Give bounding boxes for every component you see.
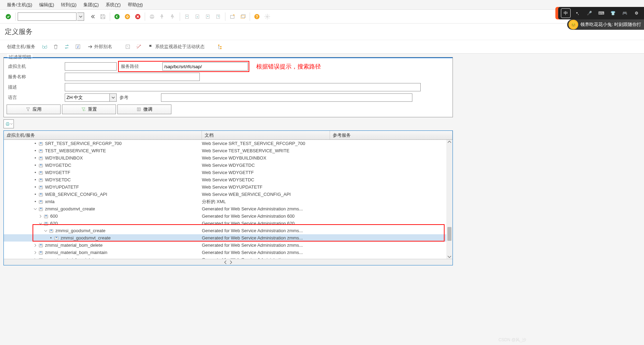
tree-row[interactable]: zmmsi_material_maintainGenerated for Web…	[4, 256, 453, 259]
tree-row[interactable]: •xmla分析的 XML	[4, 198, 453, 205]
tree-row[interactable]: •WDYGETDCWeb Service WDYGETDC	[4, 162, 453, 169]
wizard-icon[interactable]	[134, 42, 144, 52]
notification-bubble[interactable]: 😊 领养吃花花小兔: 时刻跟随你打	[567, 19, 644, 30]
tree-row[interactable]: •WDYGETTFWeb Service WDYGETTF	[4, 169, 453, 176]
tree-row[interactable]: •WDYUPDATETFWeb Service WDYUPDATETF	[4, 183, 453, 191]
menu-help[interactable]: 帮助(H)	[124, 0, 146, 9]
settings-icon[interactable]	[262, 12, 272, 21]
tree-row[interactable]: •SRT_TEST_SERVICE_RFCGRP_700Web Service …	[4, 140, 453, 147]
expand-toggle[interactable]: •	[33, 185, 37, 189]
glasses-icon[interactable]	[39, 42, 50, 52]
desc-input[interactable]	[65, 83, 421, 91]
tree-header-service[interactable]: 虚拟主机/服务	[4, 131, 202, 139]
expand-toggle[interactable]	[33, 207, 37, 211]
expand-toggle[interactable]: •	[33, 171, 37, 175]
command-dropdown[interactable]	[77, 12, 84, 21]
horizontal-scrollbar[interactable]	[4, 259, 453, 265]
help-icon[interactable]: ?	[252, 12, 262, 21]
swap-icon[interactable]	[62, 42, 72, 52]
menu-client[interactable]: 集团(C)	[80, 0, 102, 9]
expand-toggle[interactable]	[33, 243, 37, 247]
tree-row[interactable]: •WDYBUILDINBOXWeb Service WDYBUILDINBOX	[4, 154, 453, 162]
monitor-active-button[interactable]: 系统监视器处于活动状态	[145, 42, 208, 52]
find-icon[interactable]	[158, 12, 167, 21]
tree-row[interactable]: zmmsi_goodsmvt_createGenerated for Web S…	[4, 227, 453, 234]
virtual-host-input[interactable]	[65, 62, 117, 71]
tree-row[interactable]: zmmsi_goodsmvt_createGenerated for Web S…	[4, 205, 453, 212]
expand-toggle[interactable]	[38, 214, 43, 218]
collapse-icon[interactable]	[88, 12, 97, 21]
expand-toggle[interactable]: •	[49, 236, 53, 240]
print-button[interactable]	[3, 119, 14, 128]
menubar: 服务/主机(S) 编辑(E) 转到(G) 集团(C) 系统(Y) 帮助(H)	[0, 0, 644, 10]
info-icon[interactable]: i	[73, 42, 83, 52]
menu-goto[interactable]: 转到(G)	[57, 0, 80, 9]
tree-row[interactable]: 620Generated for Web Service Administrat…	[4, 220, 453, 227]
menu-system[interactable]: 系统(Y)	[102, 0, 124, 9]
service-path-label: 服务路径	[119, 63, 162, 70]
tree-row[interactable]: •WDYSETDCWeb Service WDYSETDC	[4, 176, 453, 183]
ime-settings-icon[interactable]: ⚙	[632, 8, 641, 18]
lang-input[interactable]	[65, 93, 110, 102]
apply-button[interactable]: 应用	[7, 105, 61, 114]
service-icon	[38, 163, 44, 168]
expand-toggle[interactable]: •	[33, 178, 37, 182]
ime-keyboard-icon[interactable]: ⌨	[596, 8, 606, 18]
tree-row[interactable]: 600Generated for Web Service Administrat…	[4, 212, 453, 220]
tree-row[interactable]: •WEB_SERVICE_CONFIG_APIWeb Service WEB_S…	[4, 191, 453, 198]
command-input[interactable]	[18, 12, 77, 21]
ref-input[interactable]	[161, 93, 412, 102]
prev-page-icon[interactable]	[193, 12, 202, 21]
service-path-input[interactable]	[162, 62, 248, 71]
expand-toggle[interactable]	[44, 229, 48, 233]
tree-header-ref[interactable]: 参考服务	[330, 131, 453, 139]
expand-toggle[interactable]	[33, 258, 37, 259]
trash-icon[interactable]	[51, 42, 61, 52]
expand-toggle[interactable]: •	[33, 142, 37, 146]
save-icon[interactable]	[98, 12, 108, 21]
ime-punct-icon[interactable]: •,	[573, 8, 582, 18]
ime-cn-icon[interactable]: 中	[561, 8, 571, 18]
hierarchy-icon[interactable]	[215, 42, 225, 52]
create-service-button[interactable]: 创建主机/服务	[3, 42, 39, 52]
ime-mic-icon[interactable]: 🎤	[584, 8, 594, 18]
new-session-icon[interactable]	[227, 12, 237, 21]
menu-services[interactable]: 服务/主机(S)	[3, 0, 36, 9]
external-alias-button[interactable]: 外部别名	[84, 42, 116, 52]
tree-node-label: zmmsi_goodsmvt_create	[61, 235, 111, 240]
tree-body[interactable]: •SRT_TEST_SERVICE_RFCGRP_700Web Service …	[4, 140, 453, 259]
ime-skin-icon[interactable]: 👕	[608, 8, 618, 18]
ime-toolbar[interactable]: 中 •, 🎤 ⌨ 👕 🎮 ⚙	[558, 7, 644, 19]
find-next-icon[interactable]	[168, 12, 178, 21]
expand-toggle[interactable]: •	[33, 163, 37, 167]
tree-row[interactable]: zmmsi_material_bom_maintainGenerated for…	[4, 249, 453, 256]
cancel-icon[interactable]	[133, 12, 143, 21]
tree-row[interactable]: •zmmsi_goodsmvt_createGenerated for Web …	[4, 234, 453, 242]
exit-icon[interactable]	[123, 12, 132, 21]
reset-button[interactable]: 重置	[62, 105, 116, 114]
expand-toggle[interactable]: •	[33, 156, 37, 160]
shortcut-icon[interactable]	[238, 12, 248, 21]
expand-toggle[interactable]: •	[33, 192, 37, 197]
tree-row[interactable]: •TEST_WEBSERVICE_WRITEWeb Service TEST_W…	[4, 147, 453, 154]
tree-row[interactable]: zmmsi_material_bom_deleteGenerated for W…	[4, 242, 453, 249]
service-path-highlight: 服务路径	[118, 61, 249, 72]
ime-game-icon[interactable]: 🎮	[620, 8, 629, 18]
expand-toggle[interactable]: •	[33, 200, 37, 204]
tree-header-doc[interactable]: 文档	[202, 131, 330, 139]
service-name-input[interactable]	[65, 73, 200, 81]
expand-toggle[interactable]	[38, 221, 43, 226]
fine-tune-button[interactable]: 微调	[117, 105, 171, 114]
print-icon[interactable]	[147, 12, 157, 21]
ok-icon[interactable]	[3, 12, 13, 21]
tag-icon[interactable]	[123, 42, 133, 52]
expand-toggle[interactable]	[33, 251, 37, 255]
back-icon[interactable]	[112, 12, 122, 21]
vertical-scrollbar[interactable]	[446, 140, 453, 259]
next-page-icon[interactable]	[203, 12, 213, 21]
last-page-icon[interactable]	[213, 12, 223, 21]
menu-edit[interactable]: 编辑(E)	[36, 0, 57, 9]
expand-toggle[interactable]: •	[33, 149, 37, 153]
first-page-icon[interactable]	[182, 12, 192, 21]
lang-dropdown[interactable]	[110, 93, 117, 102]
